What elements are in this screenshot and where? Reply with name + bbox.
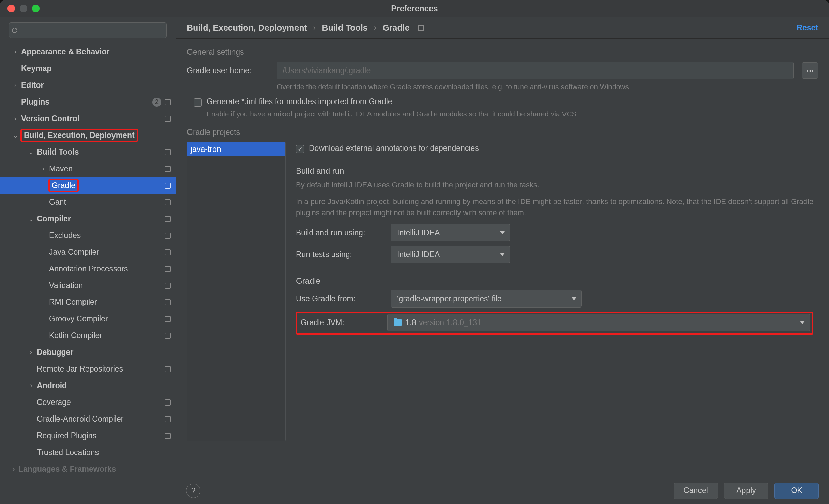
settings-tree[interactable]: ›Appearance & BehaviorKeymap›EditorPlugi… xyxy=(0,42,176,504)
sidebar-item-label: Kotlin Compiler xyxy=(49,331,102,340)
chevron-down-icon: ⌄ xyxy=(28,215,34,223)
sidebar-item-required-plugins[interactable]: Required Plugins xyxy=(0,427,176,444)
sidebar-item-validation[interactable]: Validation xyxy=(0,277,176,294)
sidebar-item-remote-jar-repositories[interactable]: Remote Jar Repositories xyxy=(0,361,176,377)
gradle-jvm-highlight: Gradle JVM: 1.8 version 1.8.0_131 xyxy=(296,312,813,335)
use-gradle-from-label: Use Gradle from: xyxy=(296,294,383,303)
gradle-projects-list[interactable]: java-tron xyxy=(187,142,286,441)
project-scope-icon xyxy=(418,25,424,31)
sidebar-item-coverage[interactable]: Coverage xyxy=(0,394,176,411)
chevron-right-icon: › xyxy=(313,23,316,32)
sidebar-item-rmi-compiler[interactable]: RMI Compiler xyxy=(0,294,176,311)
sidebar-item-appearance-behavior[interactable]: ›Appearance & Behavior xyxy=(0,44,176,60)
project-scope-icon xyxy=(165,283,171,289)
sidebar-item-groovy-compiler[interactable]: Groovy Compiler xyxy=(0,311,176,327)
project-scope-icon xyxy=(165,149,171,155)
titlebar: Preferences xyxy=(0,0,829,17)
breadcrumb: Build, Execution, Deployment › Build Too… xyxy=(176,17,829,39)
chevron-right-icon: › xyxy=(28,349,34,356)
breadcrumb-item[interactable]: Build, Execution, Deployment xyxy=(187,23,307,33)
preferences-window: Preferences ›Appearance & BehaviorKeymap… xyxy=(0,0,829,504)
sidebar-item-label: Gant xyxy=(49,198,66,207)
use-gradle-from-select[interactable]: 'gradle-wrapper.properties' file xyxy=(391,290,582,308)
build-run-heading: Build and run xyxy=(296,166,818,176)
sidebar-item-label: Build Tools xyxy=(37,147,79,157)
build-using-select[interactable]: IntelliJ IDEA xyxy=(391,224,510,241)
sidebar-item-label: Coverage xyxy=(37,398,71,407)
sidebar-item-editor[interactable]: ›Editor xyxy=(0,77,176,94)
main: Build, Execution, Deployment › Build Too… xyxy=(176,17,829,504)
tests-using-label: Run tests using: xyxy=(296,250,383,259)
chevron-down-icon xyxy=(800,321,805,324)
download-annotations-label: Download external annotations for depend… xyxy=(309,144,479,153)
generate-iml-hint: Enable if you have a mixed project with … xyxy=(207,110,818,118)
sidebar-item-keymap[interactable]: Keymap xyxy=(0,60,176,77)
chevron-right-icon: › xyxy=(12,82,18,89)
project-scope-icon xyxy=(165,316,171,322)
project-scope-icon xyxy=(165,333,171,339)
sidebar-item-java-compiler[interactable]: Java Compiler xyxy=(0,244,176,261)
sidebar-item-label: Gradle-Android Compiler xyxy=(37,414,123,424)
sidebar-item-debugger[interactable]: ›Debugger xyxy=(0,344,176,361)
gradle-user-home-input[interactable] xyxy=(277,62,794,79)
sidebar-item-compiler[interactable]: ⌄Compiler xyxy=(0,210,176,227)
breadcrumb-item[interactable]: Gradle xyxy=(382,23,409,33)
help-button[interactable]: ? xyxy=(186,484,200,498)
generate-iml-checkbox[interactable] xyxy=(194,98,202,107)
sidebar-item-label: Android xyxy=(37,381,67,390)
sidebar-item-gradle-android-compiler[interactable]: Gradle-Android Compiler xyxy=(0,411,176,427)
download-annotations-checkbox[interactable] xyxy=(296,145,304,153)
sidebar-item-version-control[interactable]: ›Version Control xyxy=(0,110,176,127)
settings-panel: General settings Gradle user home: ⋯ Ove… xyxy=(176,39,829,477)
footer: ? Cancel Apply OK xyxy=(176,477,829,504)
sidebar-item-plugins[interactable]: Plugins2 xyxy=(0,94,176,110)
sidebar: ›Appearance & BehaviorKeymap›EditorPlugi… xyxy=(0,17,176,504)
sidebar-item-label: Trusted Locations xyxy=(37,448,99,457)
ok-button[interactable]: OK xyxy=(774,483,819,499)
sidebar-item-excludes[interactable]: Excludes xyxy=(0,227,176,244)
gradle-user-home-label: Gradle user home: xyxy=(187,66,269,75)
sidebar-item-build-execution-deployment[interactable]: ⌄Build, Execution, Deployment xyxy=(0,127,176,144)
search-input[interactable] xyxy=(9,22,167,38)
gradle-project-item[interactable]: java-tron xyxy=(187,142,285,156)
generate-iml-row[interactable]: Generate *.iml files for modules importe… xyxy=(194,97,818,107)
sidebar-item-label: Java Compiler xyxy=(49,248,99,257)
sidebar-item-maven[interactable]: ›Maven xyxy=(0,160,176,177)
project-scope-icon xyxy=(165,183,171,189)
cancel-button[interactable]: Cancel xyxy=(674,483,718,499)
zoom-icon[interactable] xyxy=(32,5,40,12)
sidebar-item-gradle[interactable]: Gradle xyxy=(0,177,176,194)
close-icon[interactable] xyxy=(7,5,15,12)
sidebar-item-annotation-processors[interactable]: Annotation Processors xyxy=(0,261,176,277)
minimize-icon[interactable] xyxy=(20,5,27,12)
sidebar-item-label: Required Plugins xyxy=(37,431,96,440)
download-annotations-row[interactable]: Download external annotations for depend… xyxy=(296,144,818,153)
sidebar-item-trusted-locations[interactable]: Trusted Locations xyxy=(0,444,176,461)
gradle-jvm-select[interactable]: 1.8 version 1.8.0_131 xyxy=(387,314,527,331)
chevron-right-icon: › xyxy=(40,165,46,172)
sidebar-item-build-tools[interactable]: ⌄Build Tools xyxy=(0,144,176,160)
sidebar-item-kotlin-compiler[interactable]: Kotlin Compiler xyxy=(0,327,176,344)
sidebar-item-label: RMI Compiler xyxy=(49,298,97,307)
gradle-jvm-select-ext[interactable] xyxy=(527,314,810,331)
reset-link[interactable]: Reset xyxy=(797,23,818,32)
sidebar-item-label: Validation xyxy=(49,281,83,290)
window-title: Preferences xyxy=(0,4,829,13)
tests-using-select[interactable]: IntelliJ IDEA xyxy=(391,246,510,263)
apply-button[interactable]: Apply xyxy=(724,483,768,499)
build-run-desc: By default IntelliJ IDEA uses Gradle to … xyxy=(296,179,814,190)
project-scope-icon xyxy=(165,233,171,239)
window-controls xyxy=(0,5,40,12)
sidebar-item-label: Groovy Compiler xyxy=(49,314,108,324)
gradle-user-home-hint: Override the default location where Grad… xyxy=(277,83,818,91)
chevron-right-icon: › xyxy=(12,115,18,122)
project-scope-icon xyxy=(165,99,171,105)
project-scope-icon xyxy=(165,416,171,422)
breadcrumb-item[interactable]: Build Tools xyxy=(322,23,368,33)
project-scope-icon xyxy=(165,199,171,205)
browse-button[interactable]: ⋯ xyxy=(802,62,818,79)
sidebar-item-android[interactable]: ›Android xyxy=(0,377,176,394)
sidebar-item-gant[interactable]: Gant xyxy=(0,194,176,210)
generate-iml-label: Generate *.iml files for modules importe… xyxy=(207,97,392,106)
chevron-down-icon xyxy=(500,231,505,234)
